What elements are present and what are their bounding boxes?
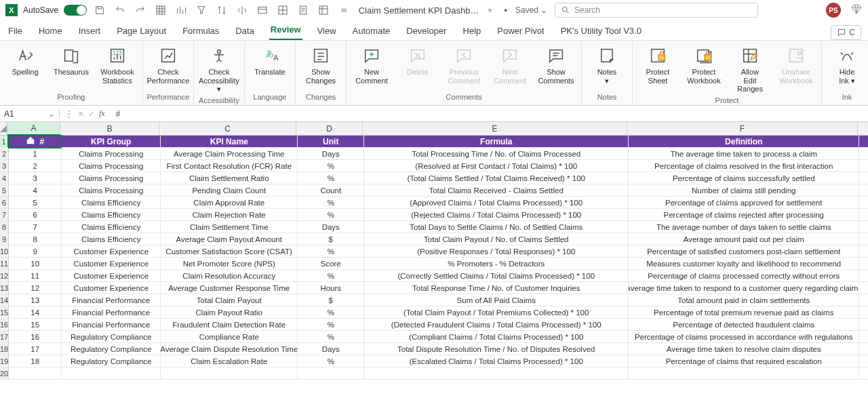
qat-filter-icon[interactable] bbox=[194, 3, 209, 18]
tab-page-layout[interactable]: Page Layout bbox=[115, 22, 167, 40]
cell[interactable]: Claim Approval Rate bbox=[161, 197, 298, 209]
redo-icon[interactable] bbox=[133, 3, 148, 18]
cell[interactable] bbox=[161, 367, 298, 380]
user-avatar[interactable]: PS bbox=[826, 3, 841, 18]
cell[interactable]: Average Claim Payout Amount bbox=[161, 233, 298, 245]
cell[interactable]: Sum of All Paid Claims bbox=[364, 294, 629, 306]
cell[interactable]: UTB bbox=[859, 172, 868, 184]
cell[interactable] bbox=[298, 367, 364, 380]
cell[interactable]: Score bbox=[298, 258, 364, 270]
qat-pivot-icon[interactable] bbox=[316, 3, 331, 18]
saved-status[interactable]: Saved ⌄ bbox=[515, 5, 547, 15]
col-header-C[interactable]: C bbox=[159, 122, 296, 136]
cell[interactable]: Net Promoter Score (NPS) bbox=[161, 258, 298, 270]
share-icon[interactable]: ᯤ bbox=[487, 5, 496, 16]
cell[interactable]: LTB bbox=[859, 343, 868, 355]
cell[interactable]: Percentage of claims approved for settle… bbox=[629, 197, 859, 209]
cell[interactable]: % bbox=[298, 331, 364, 343]
cell[interactable]: Percentage of total premium revenue paid… bbox=[629, 306, 859, 319]
tab-formulas[interactable]: Formulas bbox=[181, 22, 220, 40]
cell[interactable] bbox=[364, 367, 629, 380]
spelling-button[interactable]: Spelling bbox=[5, 43, 45, 77]
cell[interactable]: Customer Experience bbox=[62, 245, 161, 258]
cell[interactable]: % bbox=[298, 209, 364, 221]
cell[interactable]: Total Days to Settle Claims / No. of Set… bbox=[364, 221, 629, 233]
row-header-10[interactable]: 10 bbox=[0, 245, 9, 258]
cell[interactable]: 8 bbox=[9, 233, 62, 245]
cell[interactable]: Days bbox=[298, 343, 364, 355]
row-header-19[interactable]: 19 bbox=[0, 355, 9, 367]
cell[interactable]: % bbox=[298, 306, 364, 319]
row-header-12[interactable]: 12 bbox=[0, 270, 9, 282]
qat-format-icon[interactable] bbox=[275, 3, 290, 18]
cell[interactable]: % bbox=[298, 355, 364, 367]
row-header-3[interactable]: 3 bbox=[0, 160, 9, 172]
col-header-D[interactable]: D bbox=[296, 122, 363, 136]
cell[interactable]: Financial Performance bbox=[62, 306, 161, 319]
cell[interactable]: Total Claim Payout / No. of Claims Settl… bbox=[364, 233, 629, 245]
cell[interactable]: LTB bbox=[859, 233, 868, 245]
premium-icon[interactable] bbox=[850, 3, 863, 18]
header-cell-D[interactable]: Unit bbox=[298, 136, 364, 148]
col-header-F[interactable]: F bbox=[627, 122, 858, 136]
formula-input[interactable]: # bbox=[111, 109, 868, 119]
cell[interactable]: Claim Settlement Ratio bbox=[161, 172, 298, 184]
cell[interactable]: $ bbox=[298, 294, 364, 306]
tab-home[interactable]: Home bbox=[37, 22, 64, 40]
qat-grid-icon[interactable] bbox=[153, 3, 168, 18]
row-header-7[interactable]: 7 bbox=[0, 209, 9, 221]
row-header-20[interactable]: 20 bbox=[0, 367, 9, 380]
allow-edit-ranges-button[interactable]: AllowEdit Ranges bbox=[730, 43, 770, 94]
cell[interactable]: 5 bbox=[9, 197, 62, 209]
row-header-17[interactable]: 17 bbox=[0, 331, 9, 343]
header-cell-E[interactable]: Formula bbox=[364, 136, 629, 148]
cell[interactable]: Compliance Rate bbox=[161, 331, 298, 343]
cell[interactable]: LTB bbox=[859, 221, 868, 233]
qat-table-icon[interactable] bbox=[255, 3, 270, 18]
row-header-6[interactable]: 6 bbox=[0, 197, 9, 209]
cell[interactable]: 12 bbox=[9, 282, 62, 294]
cell[interactable]: 4 bbox=[9, 184, 62, 197]
new-comment-button[interactable]: NewComment bbox=[352, 43, 391, 85]
cell[interactable]: (Compliant Claims / Total Claims Process… bbox=[364, 331, 629, 343]
cell[interactable]: Average Customer Response Time bbox=[161, 282, 298, 294]
tab-pk-s-utility-tool-v3-0[interactable]: PK's Utility Tool V3.0 bbox=[559, 22, 643, 40]
qat-calc-icon[interactable] bbox=[296, 3, 311, 18]
row-header-18[interactable]: 18 bbox=[0, 343, 9, 355]
cell[interactable]: UTB bbox=[859, 245, 868, 258]
row-header-1[interactable]: 1 bbox=[0, 136, 9, 148]
cell[interactable]: Percentage of satisfied customers post-c… bbox=[629, 245, 859, 258]
cell[interactable]: Total Claims Received - Claims Settled bbox=[364, 184, 629, 197]
cell[interactable]: % bbox=[298, 245, 364, 258]
protect-workbook-button[interactable]: ProtectWorkbook bbox=[684, 43, 724, 85]
cell[interactable]: Customer Experience bbox=[62, 258, 161, 270]
cell[interactable]: (Detected Fraudulent Claims / Total Clai… bbox=[364, 319, 629, 331]
comments-pane-toggle[interactable]: C bbox=[831, 25, 861, 40]
cell[interactable]: First Contact Resolution (FCR) Rate bbox=[161, 160, 298, 172]
cell[interactable]: Percentage of claims rejected after proc… bbox=[629, 209, 859, 221]
cell[interactable]: Average amount paid out per claim bbox=[629, 233, 859, 245]
row-header-5[interactable]: 5 bbox=[0, 184, 9, 197]
row-header-11[interactable]: 11 bbox=[0, 258, 9, 270]
cell[interactable]: 14 bbox=[9, 306, 62, 319]
cell[interactable]: % bbox=[298, 160, 364, 172]
cell[interactable]: (Rejected Claims / Total Claims Processe… bbox=[364, 209, 629, 221]
cell[interactable]: $ bbox=[298, 233, 364, 245]
header-cell-C[interactable]: KPI Name bbox=[161, 136, 298, 148]
qat-split-icon[interactable] bbox=[235, 3, 250, 18]
tab-automate[interactable]: Automate bbox=[351, 22, 392, 40]
cell[interactable]: % Promoters - % Detractors bbox=[364, 258, 629, 270]
row-header-9[interactable]: 9 bbox=[0, 233, 9, 245]
cell[interactable]: Days bbox=[298, 221, 364, 233]
cell[interactable]: UTB bbox=[859, 270, 868, 282]
cell[interactable]: Claim Rejection Rate bbox=[161, 209, 298, 221]
qat-chart-icon[interactable] bbox=[174, 3, 189, 18]
cell[interactable]: % bbox=[298, 319, 364, 331]
protect-sheet-button[interactable]: ProtectSheet bbox=[638, 43, 677, 85]
check-performance-button[interactable]: CheckPerformance bbox=[149, 43, 188, 85]
col-header-B[interactable]: B bbox=[60, 122, 159, 136]
cell[interactable]: Pending Claim Count bbox=[161, 184, 298, 197]
cell[interactable]: Claims Efficiency bbox=[62, 197, 161, 209]
cell[interactable]: Number of claims still pending bbox=[629, 184, 859, 197]
fx-icon[interactable]: fx bbox=[99, 108, 105, 119]
